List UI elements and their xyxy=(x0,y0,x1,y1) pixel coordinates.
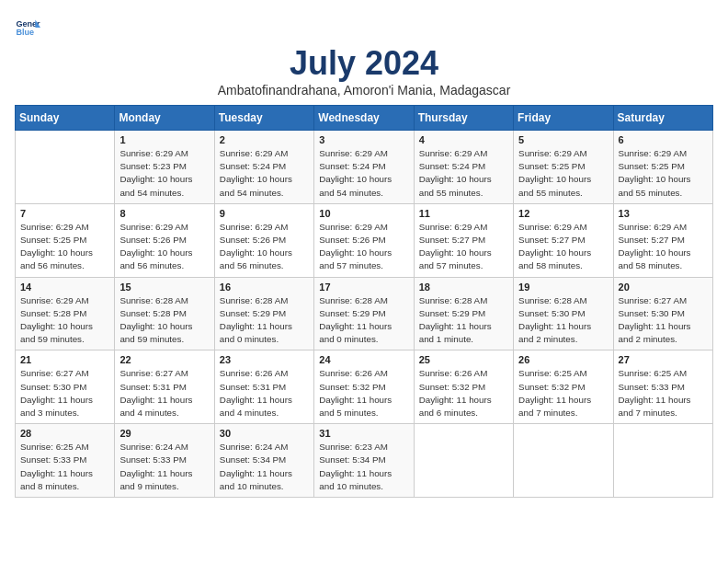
day-number: 28 xyxy=(20,428,109,439)
calendar-day-cell xyxy=(613,424,712,498)
calendar-week-row: 14Sunrise: 6:29 AM Sunset: 5:28 PM Dayli… xyxy=(16,277,713,350)
day-number: 5 xyxy=(518,134,608,145)
header-wednesday: Wednesday xyxy=(314,106,414,131)
calendar-day-cell: 28Sunrise: 6:25 AM Sunset: 5:33 PM Dayli… xyxy=(16,424,115,498)
day-number: 23 xyxy=(220,354,309,365)
calendar-day-cell: 10Sunrise: 6:29 AM Sunset: 5:26 PM Dayli… xyxy=(314,203,414,277)
day-number: 18 xyxy=(419,282,508,293)
day-info: Sunrise: 6:26 AM Sunset: 5:31 PM Dayligh… xyxy=(220,367,309,419)
day-info: Sunrise: 6:29 AM Sunset: 5:25 PM Dayligh… xyxy=(20,221,109,273)
calendar-day-cell: 30Sunrise: 6:24 AM Sunset: 5:34 PM Dayli… xyxy=(214,424,313,498)
svg-text:Blue: Blue xyxy=(16,28,34,37)
day-number: 22 xyxy=(119,354,209,365)
day-number: 4 xyxy=(419,134,508,145)
day-info: Sunrise: 6:28 AM Sunset: 5:29 PM Dayligh… xyxy=(220,294,309,347)
calendar-day-cell: 12Sunrise: 6:29 AM Sunset: 5:27 PM Dayli… xyxy=(514,203,613,277)
day-number: 6 xyxy=(619,134,708,145)
calendar-day-cell: 27Sunrise: 6:25 AM Sunset: 5:33 PM Dayli… xyxy=(613,350,712,424)
day-info: Sunrise: 6:28 AM Sunset: 5:28 PM Dayligh… xyxy=(119,294,209,347)
day-info: Sunrise: 6:25 AM Sunset: 5:33 PM Dayligh… xyxy=(619,367,708,419)
calendar-day-cell: 9Sunrise: 6:29 AM Sunset: 5:26 PM Daylig… xyxy=(214,203,313,277)
calendar-table: Sunday Monday Tuesday Wednesday Thursday… xyxy=(15,105,713,498)
day-info: Sunrise: 6:29 AM Sunset: 5:24 PM Dayligh… xyxy=(319,147,408,200)
day-info: Sunrise: 6:25 AM Sunset: 5:33 PM Dayligh… xyxy=(20,441,109,493)
day-info: Sunrise: 6:29 AM Sunset: 5:25 PM Dayligh… xyxy=(518,147,608,200)
day-info: Sunrise: 6:27 AM Sunset: 5:30 PM Dayligh… xyxy=(619,294,708,347)
calendar-day-cell: 13Sunrise: 6:29 AM Sunset: 5:27 PM Dayli… xyxy=(613,203,712,277)
header-tuesday: Tuesday xyxy=(214,106,313,131)
day-info: Sunrise: 6:25 AM Sunset: 5:32 PM Dayligh… xyxy=(518,367,608,419)
calendar-day-cell xyxy=(414,424,513,498)
calendar-day-cell: 20Sunrise: 6:27 AM Sunset: 5:30 PM Dayli… xyxy=(613,277,712,350)
calendar-week-row: 7Sunrise: 6:29 AM Sunset: 5:25 PM Daylig… xyxy=(16,203,713,277)
day-number: 29 xyxy=(119,428,209,439)
calendar-subtitle: Ambatofinandrahana, Amoron'i Mania, Mada… xyxy=(15,83,713,98)
calendar-day-cell: 7Sunrise: 6:29 AM Sunset: 5:25 PM Daylig… xyxy=(16,203,115,277)
day-info: Sunrise: 6:29 AM Sunset: 5:27 PM Dayligh… xyxy=(419,221,508,273)
calendar-day-cell: 19Sunrise: 6:28 AM Sunset: 5:30 PM Dayli… xyxy=(514,277,613,350)
day-info: Sunrise: 6:28 AM Sunset: 5:29 PM Dayligh… xyxy=(319,294,408,347)
day-info: Sunrise: 6:28 AM Sunset: 5:30 PM Dayligh… xyxy=(518,294,608,347)
day-info: Sunrise: 6:24 AM Sunset: 5:34 PM Dayligh… xyxy=(220,441,309,493)
header-friday: Friday xyxy=(514,106,613,131)
day-number: 15 xyxy=(119,282,209,293)
calendar-day-cell xyxy=(514,424,613,498)
day-number: 3 xyxy=(319,134,408,145)
day-info: Sunrise: 6:27 AM Sunset: 5:31 PM Dayligh… xyxy=(119,367,209,419)
calendar-day-cell: 15Sunrise: 6:28 AM Sunset: 5:28 PM Dayli… xyxy=(115,277,214,350)
calendar-day-cell: 23Sunrise: 6:26 AM Sunset: 5:31 PM Dayli… xyxy=(214,350,313,424)
day-number: 30 xyxy=(220,428,309,439)
calendar-week-row: 21Sunrise: 6:27 AM Sunset: 5:30 PM Dayli… xyxy=(16,350,713,424)
calendar-day-cell: 2Sunrise: 6:29 AM Sunset: 5:24 PM Daylig… xyxy=(214,131,313,204)
day-info: Sunrise: 6:24 AM Sunset: 5:33 PM Dayligh… xyxy=(119,441,209,493)
day-number: 31 xyxy=(319,428,408,439)
calendar-day-cell: 16Sunrise: 6:28 AM Sunset: 5:29 PM Dayli… xyxy=(214,277,313,350)
calendar-day-cell: 4Sunrise: 6:29 AM Sunset: 5:24 PM Daylig… xyxy=(414,131,513,204)
day-info: Sunrise: 6:29 AM Sunset: 5:23 PM Dayligh… xyxy=(119,147,209,200)
day-number: 11 xyxy=(419,208,508,219)
day-number: 13 xyxy=(619,208,708,219)
day-number: 21 xyxy=(20,354,109,365)
calendar-day-cell: 8Sunrise: 6:29 AM Sunset: 5:26 PM Daylig… xyxy=(115,203,214,277)
day-number: 1 xyxy=(119,134,209,145)
weekday-header-row: Sunday Monday Tuesday Wednesday Thursday… xyxy=(16,106,713,131)
calendar-day-cell: 31Sunrise: 6:23 AM Sunset: 5:34 PM Dayli… xyxy=(314,424,414,498)
calendar-day-cell: 6Sunrise: 6:29 AM Sunset: 5:25 PM Daylig… xyxy=(613,131,712,204)
day-number: 24 xyxy=(319,354,408,365)
calendar-week-row: 1Sunrise: 6:29 AM Sunset: 5:23 PM Daylig… xyxy=(16,131,713,204)
header-saturday: Saturday xyxy=(613,106,712,131)
day-info: Sunrise: 6:29 AM Sunset: 5:27 PM Dayligh… xyxy=(518,221,608,273)
day-number: 9 xyxy=(220,208,309,219)
day-info: Sunrise: 6:29 AM Sunset: 5:27 PM Dayligh… xyxy=(619,221,708,273)
calendar-day-cell: 21Sunrise: 6:27 AM Sunset: 5:30 PM Dayli… xyxy=(16,350,115,424)
day-number: 7 xyxy=(20,208,109,219)
calendar-day-cell: 18Sunrise: 6:28 AM Sunset: 5:29 PM Dayli… xyxy=(414,277,513,350)
day-number: 16 xyxy=(220,282,309,293)
day-info: Sunrise: 6:29 AM Sunset: 5:24 PM Dayligh… xyxy=(419,147,508,200)
header-monday: Monday xyxy=(115,106,214,131)
calendar-day-cell: 11Sunrise: 6:29 AM Sunset: 5:27 PM Dayli… xyxy=(414,203,513,277)
calendar-day-cell: 5Sunrise: 6:29 AM Sunset: 5:25 PM Daylig… xyxy=(514,131,613,204)
day-info: Sunrise: 6:29 AM Sunset: 5:24 PM Dayligh… xyxy=(220,147,309,200)
day-number: 27 xyxy=(619,354,708,365)
day-info: Sunrise: 6:26 AM Sunset: 5:32 PM Dayligh… xyxy=(319,367,408,419)
day-info: Sunrise: 6:29 AM Sunset: 5:26 PM Dayligh… xyxy=(119,221,209,273)
day-info: Sunrise: 6:27 AM Sunset: 5:30 PM Dayligh… xyxy=(20,367,109,419)
header-sunday: Sunday xyxy=(16,106,115,131)
calendar-day-cell: 1Sunrise: 6:29 AM Sunset: 5:23 PM Daylig… xyxy=(115,131,214,204)
calendar-day-cell: 17Sunrise: 6:28 AM Sunset: 5:29 PM Dayli… xyxy=(314,277,414,350)
day-number: 26 xyxy=(518,354,608,365)
day-info: Sunrise: 6:26 AM Sunset: 5:32 PM Dayligh… xyxy=(419,367,508,419)
day-info: Sunrise: 6:29 AM Sunset: 5:28 PM Dayligh… xyxy=(20,294,109,347)
calendar-day-cell: 22Sunrise: 6:27 AM Sunset: 5:31 PM Dayli… xyxy=(115,350,214,424)
day-number: 14 xyxy=(20,282,109,293)
general-blue-logo-icon: General Blue xyxy=(15,15,40,40)
day-info: Sunrise: 6:23 AM Sunset: 5:34 PM Dayligh… xyxy=(319,441,408,493)
day-number: 8 xyxy=(119,208,209,219)
header: General Blue July 2024 Ambatofinandrahan… xyxy=(15,15,713,98)
calendar-day-cell: 14Sunrise: 6:29 AM Sunset: 5:28 PM Dayli… xyxy=(16,277,115,350)
calendar-day-cell: 3Sunrise: 6:29 AM Sunset: 5:24 PM Daylig… xyxy=(314,131,414,204)
calendar-day-cell: 29Sunrise: 6:24 AM Sunset: 5:33 PM Dayli… xyxy=(115,424,214,498)
day-info: Sunrise: 6:29 AM Sunset: 5:26 PM Dayligh… xyxy=(319,221,408,273)
day-number: 25 xyxy=(419,354,508,365)
